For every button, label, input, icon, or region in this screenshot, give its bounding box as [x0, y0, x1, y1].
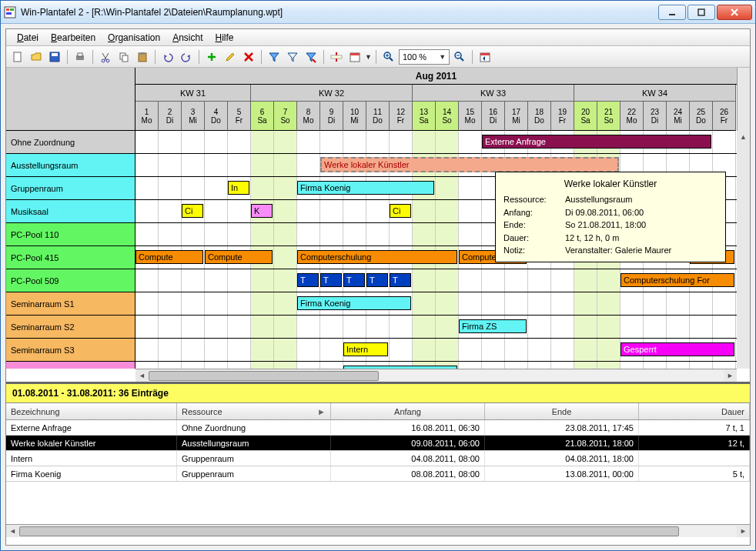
client-area: Datei Bearbeiten Organisation Ansicht Hi… [5, 28, 751, 546]
list-cell: Werke lokaler Künstler [6, 436, 177, 450]
vertical-scrollbar[interactable]: ▲ [737, 131, 750, 369]
print-icon[interactable] [72, 48, 89, 65]
zoom-in-icon[interactable] [380, 48, 397, 65]
zoom-select[interactable]: 100 %▼ [399, 49, 450, 65]
gantt-row[interactable]: Externe Anfrage [135, 131, 737, 154]
resource-row[interactable]: Vortragssaal V1 [6, 362, 135, 369]
day-cell: 5Fr [228, 102, 251, 131]
resource-row[interactable]: Seminarraum S3 [6, 339, 135, 362]
gantt-bar[interactable]: Firma Koenig [297, 181, 434, 195]
gantt-bar[interactable]: Firma Koenig [297, 296, 411, 310]
resource-row[interactable]: Ohne Zuordnung [6, 131, 135, 154]
gantt-chart: Aug 2011 KW 31KW 32KW 33KW 34 1Mo2Di3Mi4… [6, 68, 750, 383]
gantt-bar[interactable]: Ci [182, 204, 203, 218]
gantt-bar[interactable]: Ci [390, 204, 411, 218]
list-row[interactable]: Firma KoenigGruppenraum08.08.2011, 08:00… [6, 466, 750, 482]
gantt-bar[interactable]: Intern [343, 342, 388, 356]
tooltip-row: Notiz:Veranstalter: Galerie Maurer [503, 244, 718, 257]
maximize-button[interactable] [687, 5, 715, 20]
gantt-bar[interactable]: T [297, 273, 319, 287]
resource-row[interactable]: Gruppenraum [6, 177, 135, 200]
gantt-bar[interactable]: T [390, 273, 411, 287]
list-cell: Intern [6, 451, 177, 466]
list-header-dauer[interactable]: Dauer [639, 403, 750, 419]
gantt-bar[interactable]: Computerschulung [297, 250, 457, 264]
gantt-bar[interactable]: Computerschulung For [621, 273, 734, 287]
gantt-row[interactable]: Firma Koenig [135, 362, 737, 369]
resource-row[interactable]: PC-Pool 509 [6, 269, 135, 292]
zoom-out-icon[interactable] [451, 48, 468, 65]
filter1-icon[interactable] [266, 48, 283, 65]
menu-hilfe[interactable]: Hilfe [209, 31, 240, 45]
redo-icon[interactable] [178, 48, 195, 65]
svg-rect-38 [480, 53, 490, 55]
gantt-horizontal-scrollbar[interactable]: ◄ ► [135, 369, 737, 382]
delete-icon[interactable] [240, 48, 257, 65]
day-cell: 25Do [690, 102, 713, 131]
list-row[interactable]: Werke lokaler KünstlerAusstellungsraum09… [6, 436, 750, 451]
new-icon[interactable] [9, 48, 26, 65]
edit-icon[interactable] [222, 48, 239, 65]
add-icon[interactable] [203, 48, 220, 65]
list-header-anfang[interactable]: Anfang [331, 403, 485, 419]
resource-row[interactable]: PC-Pool 415 [6, 246, 135, 269]
menu-datei[interactable]: Datei [11, 31, 45, 45]
gantt-bar[interactable]: Compute [135, 250, 203, 264]
list-cell: Firma Koenig [6, 466, 177, 481]
copy-icon[interactable] [115, 48, 132, 65]
list-header-ressource[interactable]: Ressource► [177, 403, 331, 419]
svg-rect-18 [122, 55, 128, 62]
gantt-row[interactable]: Firma ZS [135, 316, 737, 339]
menu-ansicht[interactable]: Ansicht [166, 31, 209, 45]
gantt-bar[interactable]: T [366, 273, 388, 287]
list-area: 01.08.2011 - 31.08.2011: 36 Einträge Bez… [6, 383, 750, 537]
gantt-row[interactable]: Firma Koenig [135, 292, 737, 316]
save-icon[interactable] [46, 48, 63, 65]
titlebar[interactable]: Win-Plantafel 2 - [R:\Win-Plantafel 2\Da… [1, 1, 755, 24]
minimize-button[interactable] [658, 5, 686, 20]
gantt-bar[interactable]: Werke lokaler Künstler [320, 157, 619, 172]
day-cell: 16Di [482, 102, 505, 131]
calendar-icon[interactable] [346, 48, 363, 65]
gantt-bar[interactable]: Externe Anfrage [482, 135, 711, 149]
list-header-bezeichnung[interactable]: Bezeichnung [6, 403, 177, 419]
gantt-bar[interactable]: Firma ZS [459, 319, 527, 333]
gantt-row[interactable]: InternGesperrt [135, 339, 737, 362]
resource-row[interactable]: PC-Pool 110 [6, 223, 135, 246]
resource-row[interactable]: Musiksaal [6, 200, 135, 223]
close-button[interactable] [717, 5, 752, 20]
menu-bearbeiten[interactable]: Bearbeiten [45, 31, 102, 45]
list-cell: Ohne Zuordnung [177, 420, 331, 435]
day-cell: 17Mi [505, 102, 528, 131]
gantt-bar[interactable]: In [228, 181, 249, 195]
paste-icon[interactable] [134, 48, 151, 65]
svg-line-25 [313, 59, 316, 62]
day-cell: 8Mo [297, 102, 320, 131]
today-icon[interactable] [477, 48, 493, 65]
gantt-bar[interactable]: T [343, 273, 365, 287]
list-row[interactable]: InternGruppenraum04.08.2011, 08:0004.08.… [6, 451, 750, 466]
filter3-icon[interactable] [303, 48, 319, 65]
filter2-icon[interactable] [284, 48, 301, 65]
toolbar: ▼ 100 %▼ [6, 46, 750, 68]
gantt-row[interactable]: TTTTTComputerschulung For [135, 269, 737, 292]
gantt-bar[interactable]: Compute [205, 250, 273, 264]
resource-row[interactable]: Seminarraum S2 [6, 316, 135, 339]
open-icon[interactable] [28, 48, 45, 65]
list-horizontal-scrollbar[interactable]: ◄ ► [6, 524, 750, 537]
gantt-bar[interactable]: T [320, 273, 342, 287]
gantt-bar[interactable]: Gesperrt [621, 342, 734, 356]
gantt-bar[interactable]: K [251, 204, 273, 218]
resource-row[interactable]: Ausstellungsraum [6, 154, 135, 177]
undo-icon[interactable] [159, 48, 176, 65]
cut-icon[interactable] [97, 48, 114, 65]
week-cell: KW 33 [413, 85, 574, 102]
marker-icon[interactable] [328, 48, 345, 65]
list-header-ende[interactable]: Ende [485, 403, 639, 419]
list-title: 01.08.2011 - 31.08.2011: 36 Einträge [6, 384, 750, 403]
menu-organisation[interactable]: Organisation [102, 31, 166, 45]
list-cell: Ausstellungsraum [177, 436, 331, 450]
list-row[interactable]: Externe AnfrageOhne Zuordnung16.08.2011,… [6, 420, 750, 436]
day-cell: 21So [597, 102, 621, 131]
resource-row[interactable]: Seminarraum S1 [6, 292, 135, 316]
